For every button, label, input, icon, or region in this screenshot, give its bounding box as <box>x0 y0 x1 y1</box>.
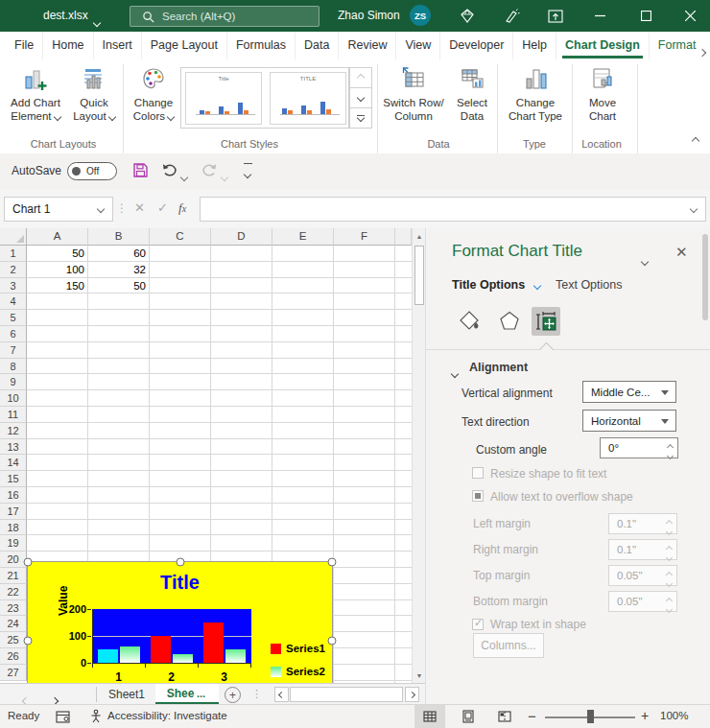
cell-value[interactable]: 50 <box>27 247 84 259</box>
change-colors-button[interactable]: Change Colors <box>127 63 180 138</box>
move-chart-button[interactable]: Move Chart <box>578 63 627 138</box>
tab-insert[interactable]: Insert <box>94 32 142 59</box>
legend-item-series2[interactable]: Series2 <box>271 666 325 677</box>
vertical-alignment-dropdown[interactable]: Middle Ce... <box>582 381 676 403</box>
gallery-scroll-up-button[interactable] <box>349 67 372 88</box>
row-header-10[interactable]: 10 <box>0 390 27 407</box>
customize-qat-icon[interactable] <box>244 163 252 181</box>
page-break-view-button[interactable] <box>489 705 520 728</box>
formula-input[interactable] <box>200 197 706 222</box>
pane-close-icon[interactable]: ✕ <box>675 244 688 261</box>
hscroll-left-icon[interactable] <box>274 687 289 702</box>
alignment-section-header[interactable]: Alignment <box>469 361 528 374</box>
accessibility-status[interactable]: Accessibility: Investigate <box>107 710 227 721</box>
tab-data[interactable]: Data <box>296 32 339 59</box>
document-title[interactable]: dest.xlsx <box>43 9 88 22</box>
pane-options-dropdown-icon[interactable] <box>642 251 648 269</box>
column-header-A[interactable]: A <box>27 228 88 246</box>
search-input[interactable]: Search (Alt+Q) <box>130 6 320 27</box>
macro-record-icon[interactable] <box>56 710 70 724</box>
size-properties-icon[interactable] <box>532 307 560 336</box>
formula-bar-grip[interactable]: ⋮ <box>116 201 128 215</box>
tab-overflow-icon[interactable] <box>699 42 705 59</box>
spinner-down-icon[interactable] <box>668 449 673 460</box>
column-header-C[interactable]: C <box>150 228 211 246</box>
row-header-14[interactable]: 14 <box>0 455 27 471</box>
vertical-scroll-thumb[interactable] <box>414 246 424 305</box>
select-all-corner[interactable] <box>0 228 27 246</box>
row-header-11[interactable]: 11 <box>0 407 27 423</box>
scroll-down-button[interactable]: ▼ <box>413 668 425 683</box>
select-data-button[interactable]: Select Data <box>449 63 495 138</box>
fill-line-icon[interactable] <box>455 307 484 336</box>
add-chart-element-button[interactable]: Add Chart Element <box>6 63 65 138</box>
cell-value[interactable]: 32 <box>88 264 146 275</box>
zoom-in-icon[interactable]: + <box>641 708 649 723</box>
row-header-19[interactable]: 19 <box>0 535 27 552</box>
name-box[interactable]: Chart 1 <box>4 197 113 222</box>
gallery-more-button[interactable] <box>349 107 372 129</box>
tab-page-layout[interactable]: Page Layout <box>142 32 227 59</box>
avatar[interactable]: ZS <box>410 5 431 26</box>
scroll-up-button[interactable]: ▲ <box>413 228 425 244</box>
ribbon-display-options-icon[interactable] <box>547 8 564 25</box>
selection-handle[interactable] <box>328 558 337 567</box>
chart-style-thumbnail-2[interactable]: TITLE <box>270 72 346 125</box>
insert-function-icon[interactable]: fx <box>178 200 186 216</box>
horizontal-scroll-thumb[interactable] <box>290 687 403 702</box>
close-button[interactable] <box>674 0 706 32</box>
legend-item-series1[interactable]: Series1 <box>271 643 325 654</box>
cell-value[interactable]: 60 <box>88 247 146 259</box>
selection-handle[interactable] <box>177 558 185 567</box>
row-header-4[interactable]: 4 <box>0 294 27 310</box>
row-header-22[interactable]: 22 <box>0 584 27 600</box>
collapse-ribbon-icon[interactable] <box>693 130 698 148</box>
formula-bar-expand-icon[interactable] <box>690 205 698 213</box>
accessibility-icon[interactable] <box>88 709 104 724</box>
column-header-F[interactable]: F <box>334 228 395 246</box>
row-header-15[interactable]: 15 <box>0 471 27 487</box>
bar-series2-cat1[interactable] <box>120 646 140 663</box>
row-header-17[interactable]: 17 <box>0 504 27 520</box>
draw-pen-icon[interactable] <box>503 8 520 25</box>
row-header-9[interactable]: 9 <box>0 374 27 390</box>
row-header-13[interactable]: 13 <box>0 439 27 456</box>
new-sheet-icon[interactable]: + <box>225 687 241 703</box>
pane-scroll-thumb[interactable] <box>702 234 708 320</box>
row-header-5[interactable]: 5 <box>0 310 27 326</box>
row-header-7[interactable]: 7 <box>0 342 27 359</box>
text-direction-dropdown[interactable]: Horizontal <box>582 410 676 432</box>
tab-format[interactable]: Format <box>650 32 705 59</box>
tab-developer[interactable]: Developer <box>440 32 513 59</box>
tab-chart-design[interactable]: Chart Design <box>556 32 650 59</box>
zoom-slider-thumb[interactable] <box>587 710 594 723</box>
bar-series2-cat3[interactable] <box>225 649 246 663</box>
sheet-tab-overflow[interactable]: ... <box>197 688 205 699</box>
row-header-8[interactable]: 8 <box>0 359 27 375</box>
bar-series1-cat3[interactable] <box>203 622 224 663</box>
minimize-button[interactable] <box>583 0 616 32</box>
tab-title-options[interactable]: Title Options <box>452 278 540 292</box>
row-header-21[interactable]: 21 <box>0 568 27 584</box>
tab-formulas[interactable]: Formulas <box>227 32 296 59</box>
premium-diamond-icon[interactable] <box>459 8 476 25</box>
chart-object[interactable]: Title Value Category 0100200123Series1Se… <box>27 561 333 683</box>
row-header-2[interactable]: 2 <box>0 262 27 278</box>
row-header-3[interactable]: 3 <box>0 278 27 294</box>
cell-value[interactable]: 50 <box>88 280 146 292</box>
row-header-6[interactable]: 6 <box>0 326 27 342</box>
alignment-collapse-icon[interactable] <box>452 364 458 381</box>
chart-title[interactable]: Title <box>28 572 332 594</box>
zoom-out-icon[interactable]: − <box>528 708 536 724</box>
row-header-12[interactable]: 12 <box>0 423 27 439</box>
cell-value[interactable]: 100 <box>27 264 84 275</box>
row-header-27[interactable]: 27 <box>0 665 27 681</box>
selection-handle[interactable] <box>24 558 33 567</box>
sheet-tab-active[interactable]: Shee <box>155 684 219 704</box>
column-header-D[interactable]: D <box>211 228 272 246</box>
document-caret-icon[interactable] <box>94 12 100 30</box>
row-header-26[interactable]: 26 <box>0 648 27 665</box>
name-box-dropdown-icon[interactable] <box>97 205 105 213</box>
sheet-tab-sheet1[interactable]: Sheet1 <box>100 684 154 704</box>
tab-view[interactable]: View <box>396 32 440 59</box>
